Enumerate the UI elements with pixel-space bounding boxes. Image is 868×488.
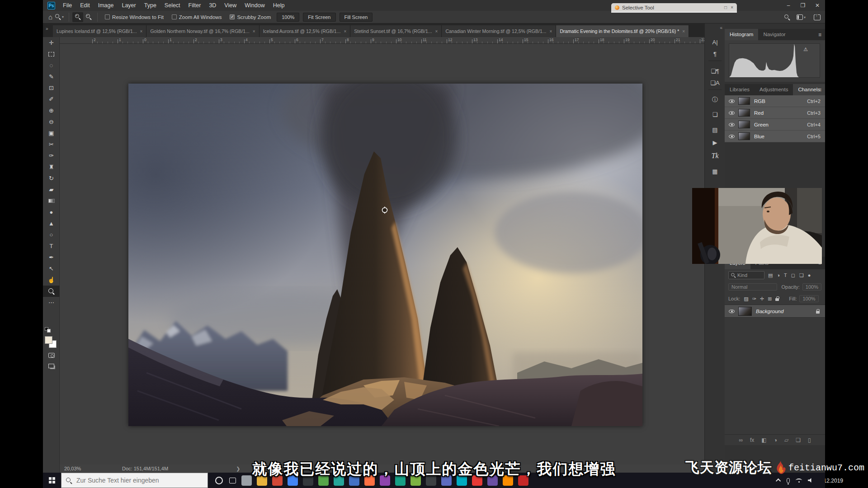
close-tab-icon[interactable]: ×	[682, 29, 685, 34]
content-aware-move-tool[interactable]: ✂	[43, 139, 60, 150]
fill-screen-button[interactable]: Fill Screen	[340, 13, 373, 22]
layer-lock-icon[interactable]	[816, 311, 820, 314]
menu-layer[interactable]: Layer	[118, 0, 140, 11]
frame-tool[interactable]: ▣	[43, 127, 60, 139]
channel-row-red[interactable]: RedCtrl+3	[725, 107, 825, 119]
document-tab[interactable]: Golden Northern Norway.tif @ 16,7% (RGB/…	[146, 25, 259, 37]
filter-shape-layers-icon[interactable]: ◻	[791, 272, 795, 278]
checkbox-resize-windows-to-fit[interactable]: Resize Windows to Fit	[105, 14, 164, 20]
channel-row-blue[interactable]: BlueCtrl+5	[725, 131, 825, 142]
menu-view[interactable]: View	[220, 0, 241, 11]
channel-row-green[interactable]: GreenCtrl+4	[725, 119, 825, 131]
tab-adjustments[interactable]: Adjustments	[755, 84, 793, 95]
floating-window-titlebar[interactable]: Selective Tool □ ×	[611, 3, 737, 12]
menu-filter[interactable]: Filter	[184, 0, 205, 11]
blend-mode-select[interactable]: Normal	[728, 283, 777, 291]
panel-menu-icon[interactable]: ≡	[818, 87, 821, 93]
brush-tool[interactable]: ✑	[43, 150, 60, 161]
fill-value[interactable]: 100%	[799, 295, 818, 302]
lock-artboard-icon[interactable]: ⊞	[768, 296, 772, 302]
foreground-color-swatch[interactable]	[45, 336, 52, 344]
menu-image[interactable]: Image	[94, 0, 118, 11]
eyedropper-tool[interactable]: ✐	[43, 94, 60, 105]
crop-tool[interactable]: ⊡	[43, 82, 60, 94]
clone-stamp-tool[interactable]: ♜	[43, 161, 60, 173]
home-icon[interactable]: ⌂	[48, 13, 52, 21]
color-swatches[interactable]	[45, 336, 58, 350]
checkbox-scrubby-zoom[interactable]: ✓Scrubby Zoom	[230, 14, 271, 20]
window-restore-button[interactable]: ❐	[799, 2, 807, 9]
panel-menu-icon[interactable]: ≡	[818, 32, 821, 38]
rectangular-marquee-tool[interactable]	[43, 48, 60, 60]
quick-mask-button[interactable]	[43, 350, 60, 361]
tool-preset-caret-icon[interactable]: ▾	[62, 15, 64, 19]
gradient-tool[interactable]	[43, 195, 60, 206]
search-icon[interactable]	[784, 14, 790, 20]
checkbox-zoom-all-windows[interactable]: Zoom All Windows	[172, 14, 222, 20]
paragraph-panel-icon[interactable]: ¶	[705, 51, 725, 57]
delete-layer-icon[interactable]: ▯	[808, 437, 811, 443]
filter-toggle-icon[interactable]: ●	[808, 272, 811, 278]
menu-help[interactable]: Help	[269, 0, 289, 11]
menu-edit[interactable]: Edit	[76, 0, 94, 11]
eraser-tool[interactable]: ▰	[43, 184, 60, 195]
healing-brush-tool[interactable]: ⊖	[43, 116, 60, 127]
character-panel-icon[interactable]: A|	[705, 39, 725, 46]
tab-navigator[interactable]: Navigator	[758, 29, 790, 40]
menu-window[interactable]: Window	[241, 0, 269, 11]
history-brush-tool[interactable]: ↻	[43, 173, 60, 184]
floating-maximize-icon[interactable]: □	[724, 5, 727, 10]
document-tab[interactable]: Stetind Sunset.tif @ 16,7% (RGB/1...×	[350, 25, 442, 37]
tk-panel-icon[interactable]: Tk	[705, 152, 725, 160]
add-layer-mask-icon[interactable]: ◧	[761, 437, 766, 443]
layer-effects-icon[interactable]: fx	[750, 437, 754, 443]
character-styles-panel-icon[interactable]: ❏A	[705, 80, 725, 86]
histogram-warning-icon[interactable]: ⚠	[803, 47, 808, 52]
zoom-tool[interactable]	[43, 286, 60, 297]
close-tab-icon[interactable]: ×	[435, 29, 438, 34]
path-selection-tool[interactable]: ↖	[43, 263, 60, 274]
layer-visibility-icon[interactable]	[729, 310, 735, 313]
menu-file[interactable]: File	[59, 0, 76, 11]
close-tab-icon[interactable]: ×	[550, 29, 552, 34]
spot-healing-brush-tool[interactable]: ⊕	[43, 105, 60, 116]
filter-pixel-layers-icon[interactable]: ▤	[768, 272, 773, 278]
filter-type-layers-icon[interactable]: T	[784, 272, 787, 278]
filter-adjustment-layers-icon[interactable]: ◑	[777, 272, 780, 278]
floating-close-icon[interactable]: ×	[731, 5, 733, 10]
tab-histogram[interactable]: Histogram	[725, 29, 758, 40]
new-adjustment-layer-icon[interactable]: ◑	[774, 437, 777, 443]
paragraph-styles-panel-icon[interactable]: ❏¶	[705, 68, 725, 75]
hand-tool[interactable]: ☝	[43, 274, 60, 286]
channel-visibility-icon[interactable]	[729, 99, 735, 103]
share-icon[interactable]	[814, 14, 821, 20]
pen-tool[interactable]: ✒	[43, 252, 60, 263]
channel-visibility-icon[interactable]	[729, 135, 735, 138]
window-minimize-button[interactable]: –	[784, 2, 793, 9]
opacity-value[interactable]: 100%	[802, 283, 821, 291]
clone-source-panel-icon[interactable]: ❏	[705, 111, 725, 118]
channel-visibility-icon[interactable]	[729, 111, 735, 115]
layer-filter-input[interactable]: Kind	[728, 271, 764, 279]
menu-type[interactable]: Type	[140, 0, 160, 11]
channel-visibility-icon[interactable]	[729, 123, 735, 127]
zoom-tool-icon[interactable]	[55, 14, 61, 20]
lock-position-icon[interactable]: ✛	[760, 296, 764, 302]
fit-screen-button[interactable]: Fit Screen	[303, 13, 335, 22]
sharpen-tool[interactable]: ▲	[43, 218, 60, 229]
histogram-panel-icon[interactable]: ▦	[705, 168, 725, 175]
layer-row-background[interactable]: Background	[725, 305, 825, 318]
document-tab[interactable]: Iceland Aurora.tif @ 12,5% (RGB/1...×	[259, 25, 351, 37]
filter-smart-objects-icon[interactable]: ❏	[799, 272, 804, 278]
collapse-panels-icon[interactable]: «	[720, 25, 722, 30]
window-close-button[interactable]: ✕	[813, 2, 821, 9]
canvas-area[interactable]	[60, 44, 704, 465]
edit-toolbar[interactable]: ⋯	[43, 297, 60, 308]
info-panel-icon[interactable]: ⓘ	[705, 96, 725, 104]
menu-select[interactable]: Select	[160, 0, 184, 11]
document-image[interactable]	[128, 84, 642, 426]
layer-thumbnail[interactable]	[738, 307, 752, 316]
actions-panel-icon[interactable]: ▶	[705, 139, 725, 146]
new-group-icon[interactable]: ▱	[784, 437, 788, 443]
close-tab-icon[interactable]: ×	[344, 29, 346, 34]
